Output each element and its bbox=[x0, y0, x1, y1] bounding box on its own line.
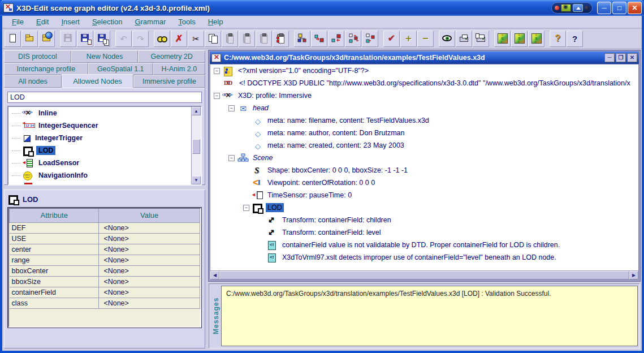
collapse-handle[interactable] bbox=[214, 93, 220, 99]
warning-comment-icon bbox=[267, 253, 278, 262]
scroll-up-button[interactable]: ▲ bbox=[192, 107, 201, 115]
tree-row-xml-declaration[interactable]: <?xml version="1.0" encoding="UTF-8"?> bbox=[210, 64, 638, 77]
menu-insert[interactable]: Insert bbox=[56, 16, 85, 27]
node-move-down-button[interactable] bbox=[362, 31, 378, 47]
scroll-thumb[interactable] bbox=[192, 139, 200, 154]
menu-edit[interactable]: Edit bbox=[31, 16, 54, 27]
print-button[interactable] bbox=[456, 31, 472, 47]
maximize-button[interactable]: □ bbox=[612, 2, 626, 14]
tree-row-timesensor[interactable]: TimeSensor: pauseTime: 0 bbox=[210, 189, 638, 201]
tree-row-warning-xsl[interactable]: X3dToVrml97.xslt detects improper use of… bbox=[210, 251, 638, 264]
remove-node-button[interactable]: − bbox=[417, 31, 434, 47]
preview-button[interactable] bbox=[439, 31, 455, 47]
scroll-right-button[interactable]: ▶ bbox=[629, 271, 638, 279]
tab-geometry-2d[interactable]: Geometry 2D bbox=[138, 50, 205, 63]
validate-button[interactable]: ✔ bbox=[383, 31, 400, 47]
tab-new-nodes[interactable]: New Nodes bbox=[71, 50, 139, 63]
new-file-button[interactable] bbox=[5, 31, 21, 47]
scroll-left-button[interactable]: ◀ bbox=[210, 271, 219, 279]
minimize-button[interactable]: ─ bbox=[597, 2, 611, 14]
tab-interchange-profile[interactable]: Interchange profile bbox=[4, 63, 88, 75]
tree-row-viewpoint[interactable]: Viewpoint: centerOfRotation: 0 0 0 bbox=[210, 176, 638, 189]
tray-widget[interactable] bbox=[551, 2, 593, 14]
node-promote-button[interactable] bbox=[328, 31, 344, 47]
node-move-down-icon bbox=[365, 33, 375, 44]
copy-button[interactable] bbox=[205, 31, 221, 47]
menu-help[interactable]: Help bbox=[203, 16, 228, 27]
open-remote-icon bbox=[42, 33, 52, 44]
menu-file[interactable]: File bbox=[7, 16, 29, 27]
tab-immersive-profile[interactable]: Immersive profile bbox=[133, 75, 205, 88]
remove-node-icon: − bbox=[422, 33, 429, 44]
list-item-loadsensor[interactable]: LoadSensor bbox=[8, 157, 201, 169]
column-header-attribute[interactable]: Attribute bbox=[10, 209, 99, 222]
frame-minimize-button[interactable]: ─ bbox=[604, 53, 615, 62]
tab-dis-protocol[interactable]: DIS protocol bbox=[4, 50, 71, 63]
tree-structure-button[interactable] bbox=[294, 31, 310, 47]
frame-close-button[interactable]: ✕ bbox=[627, 53, 637, 62]
delete-button[interactable]: ✗ bbox=[171, 31, 187, 47]
tree-row-doctype[interactable]: <! DOCTYPE X3D PUBLIC "http://www.web3d.… bbox=[210, 77, 638, 89]
context-help-button[interactable]: ? bbox=[567, 31, 583, 47]
tree-row-meta-author[interactable]: meta: name: author, content: Don Brutzma… bbox=[210, 127, 638, 139]
tree-row-meta-filename[interactable]: meta: name: filename, content: TestField… bbox=[210, 114, 638, 127]
tree-row-meta-created[interactable]: meta: name: created, content: 23 May 200… bbox=[210, 139, 638, 152]
open-file-button[interactable] bbox=[21, 31, 38, 47]
collapse-handle[interactable] bbox=[243, 205, 249, 211]
collapse-handle[interactable] bbox=[214, 68, 220, 74]
tree-row-lod[interactable]: LOD bbox=[210, 201, 638, 214]
tab-geospatial[interactable]: GeoSpatial 1.1 bbox=[88, 63, 153, 75]
cut-button[interactable]: ✂ bbox=[188, 31, 204, 47]
close-button[interactable]: ✕ bbox=[628, 2, 642, 14]
open-remote-button[interactable] bbox=[38, 31, 55, 47]
tree-row-scene[interactable]: Scene bbox=[210, 152, 638, 164]
tree-row-transform-level[interactable]: Transform: containerField: level bbox=[210, 226, 638, 239]
save-copy-button[interactable] bbox=[94, 31, 110, 47]
tree-horizontal-scrollbar[interactable]: ◀ ▶ bbox=[210, 270, 639, 280]
tree-row-x3d[interactable]: X3D: profile: Immersive bbox=[210, 89, 638, 102]
tree-row-warning-containerfield[interactable]: containerField value is not validatable … bbox=[210, 239, 638, 251]
collapse-handle[interactable] bbox=[228, 155, 235, 161]
print-tree-button[interactable] bbox=[473, 31, 489, 47]
list-item-lod[interactable]: LOD bbox=[8, 144, 201, 157]
paste-special-button[interactable] bbox=[273, 31, 289, 47]
help-button[interactable]: ? bbox=[550, 31, 566, 47]
scroll-thumb[interactable] bbox=[219, 271, 629, 279]
tab-all-nodes[interactable]: All nodes bbox=[4, 75, 62, 88]
open-file-icon bbox=[25, 33, 35, 44]
list-item-integertrigger[interactable]: IntegerTrigger bbox=[8, 132, 201, 144]
scene-icon bbox=[237, 153, 249, 163]
menu-grammar[interactable]: Grammar bbox=[129, 16, 171, 27]
menu-selection[interactable]: Selection bbox=[87, 16, 127, 27]
tree-row-shape[interactable]: Shape: bboxCenter: 0 0 0, bboxSize: -1 -… bbox=[210, 164, 638, 176]
tab-h-anim[interactable]: H-Anim 2.0 bbox=[153, 63, 205, 75]
tree-row-head[interactable]: head bbox=[210, 102, 638, 114]
node-move-up-button[interactable] bbox=[345, 31, 361, 47]
list-item-inline[interactable]: Inline bbox=[8, 107, 201, 119]
tree-row-transform-children[interactable]: Transform: containerField: children bbox=[210, 214, 638, 226]
tray-rollup-button[interactable] bbox=[573, 4, 583, 12]
find-button[interactable] bbox=[154, 31, 170, 47]
xsl-translate-button-3[interactable]: XSL bbox=[528, 31, 544, 47]
add-node-button[interactable]: + bbox=[400, 31, 417, 47]
xsl-translate-button-1[interactable]: XSL bbox=[494, 31, 511, 47]
save-as-button[interactable] bbox=[77, 31, 93, 47]
node-demote-button[interactable] bbox=[311, 31, 327, 47]
node-filter-input[interactable] bbox=[7, 92, 202, 103]
node-list: Inline IntegerSequencer IntegerTrigger bbox=[7, 106, 202, 186]
column-header-value[interactable]: Value bbox=[99, 209, 200, 222]
list-item-navigationinfo[interactable]: NavigationInfo bbox=[8, 169, 201, 182]
node-list-scrollbar[interactable]: ▲ ▼ bbox=[191, 107, 201, 184]
list-item-integersequencer[interactable]: IntegerSequencer bbox=[8, 119, 201, 132]
xsl-translate-button-2[interactable]: XSL bbox=[511, 31, 528, 47]
document-titlebar[interactable]: C:/www.web3d.org/TaskGroups/x3d/translat… bbox=[210, 51, 639, 64]
menu-tools[interactable]: Tools bbox=[173, 16, 200, 27]
attr-row-class: class<None> bbox=[10, 298, 200, 308]
tab-allowed-nodes[interactable]: Allowed Nodes bbox=[62, 74, 133, 88]
find-glasses-icon bbox=[157, 33, 167, 44]
messages-output[interactable]: C:/www.web3d.org/TaskGroups/x3d/translat… bbox=[221, 286, 638, 346]
frame-restore-button[interactable]: ❐ bbox=[616, 53, 626, 62]
scroll-down-button[interactable]: ▼ bbox=[192, 176, 201, 184]
attr-row-use: USE<None> bbox=[10, 233, 200, 244]
collapse-handle[interactable] bbox=[228, 105, 235, 111]
